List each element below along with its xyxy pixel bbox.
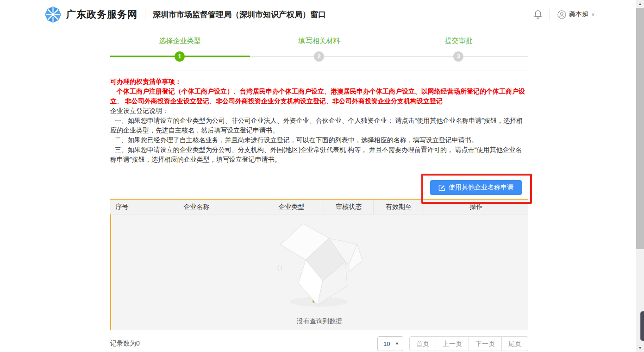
record-count: 记录数为0	[110, 339, 140, 348]
column-header-valid-until: 有效期至	[374, 200, 424, 214]
edge-widget-handle[interactable]	[640, 311, 644, 341]
registration-desc-title: 企业设立登记说明：	[110, 106, 528, 116]
empty-box-illustration	[277, 222, 363, 316]
prev-page-button[interactable]: 上一页	[436, 336, 469, 351]
registration-desc-item-2: 二、如果您已经办理了自主核名业务，并且尚未进行设立登记，可以在下面的列表中，选择…	[110, 135, 528, 145]
chevron-down-icon: ∨	[591, 12, 595, 18]
step-dot-3: 3	[453, 51, 463, 62]
scroll-up-icon[interactable]: ▲	[636, 0, 644, 8]
column-header-company-type: 企业类型	[259, 200, 324, 214]
vertical-scrollbar[interactable]: ▲ ▼	[636, 0, 644, 352]
use-other-company-name-label: 使用其他企业名称申请	[449, 183, 513, 192]
action-area: 使用其他企业名称申请	[110, 168, 528, 199]
select-caret-icon: ▼	[395, 341, 399, 346]
table-empty-state: 没有查询到数据	[110, 214, 528, 330]
step-label-fill-materials: 填写相关材料	[250, 37, 389, 46]
company-name-table: 序号 企业名称 企业类型 审核状态 有效期至 操作	[110, 199, 528, 330]
rights-list-title: 可办理的权责清单事项：	[110, 77, 528, 87]
column-header-company-name: 企业名称	[134, 200, 259, 214]
rights-list-body: 个体工商户注册登记（个体工商户设立）、台湾居民申办个体工商户设立、港澳居民申办个…	[110, 87, 528, 106]
step-label-choose-type: 选择企业类型	[110, 37, 250, 46]
user-name: 龚本超	[569, 10, 588, 19]
notice-block: 可办理的权责清单事项： 个体工商户注册登记（个体工商户设立）、台湾居民申办个体工…	[110, 77, 528, 164]
page-size-value: 10	[383, 340, 390, 347]
brand-name: 广东政务服务网	[66, 8, 138, 21]
empty-state-text: 没有查询到数据	[297, 317, 342, 326]
gdzwfw-logo-icon	[44, 6, 62, 23]
use-other-company-name-button[interactable]: 使用其他企业名称申请	[430, 180, 522, 195]
pagination: 10 ▼ 首页 上一页 下一页 尾页	[377, 336, 528, 351]
page-size-select[interactable]: 10 ▼	[377, 336, 403, 351]
first-page-button[interactable]: 首页	[409, 336, 436, 351]
column-header-seq: 序号	[110, 200, 134, 214]
column-header-audit-status: 审核状态	[324, 200, 374, 214]
page-header: 广东政务服务网 深圳市市场监督管理局（深圳市知识产权局）窗口 龚本超 ∨	[0, 0, 644, 29]
step-label-submit-approval: 提交审批	[389, 37, 528, 46]
window-title: 深圳市市场监督管理局（深圳市知识产权局）窗口	[153, 9, 326, 20]
table-header-row: 序号 企业名称 企业类型 审核状态 有效期至 操作	[110, 200, 528, 214]
header-divider	[145, 9, 145, 20]
registration-desc-item-3: 三、如果您申请设立的企业类型为分公司、分支机构、外国(地区)企业常驻代表机 构等…	[110, 145, 528, 164]
column-header-actions: 操作	[424, 200, 528, 214]
edit-icon	[438, 184, 445, 191]
header-divider	[550, 9, 550, 20]
step-dot-2: 2	[314, 51, 324, 62]
next-page-button[interactable]: 下一页	[469, 336, 502, 351]
avatar-icon	[557, 10, 566, 19]
registration-desc-item-1: 一、如果您申请设立的企业类型为公司、非公司企业法人、外资企业、合伙企业、个人独资…	[110, 116, 528, 135]
notification-bell-icon[interactable]	[534, 10, 542, 19]
step-dot-1: 1	[175, 51, 185, 62]
last-page-button[interactable]: 尾页	[501, 336, 528, 351]
scrollbar-thumb[interactable]	[636, 8, 644, 249]
section-divider	[110, 70, 528, 70]
list-footer: 记录数为0 10 ▼ 首页 上一页 下一页 尾页	[110, 336, 528, 351]
user-menu[interactable]: 龚本超 ∨	[557, 10, 595, 19]
scroll-down-icon[interactable]: ▼	[636, 344, 644, 352]
step-wizard: 选择企业类型 填写相关材料 提交审批 1 2 3	[110, 29, 528, 70]
